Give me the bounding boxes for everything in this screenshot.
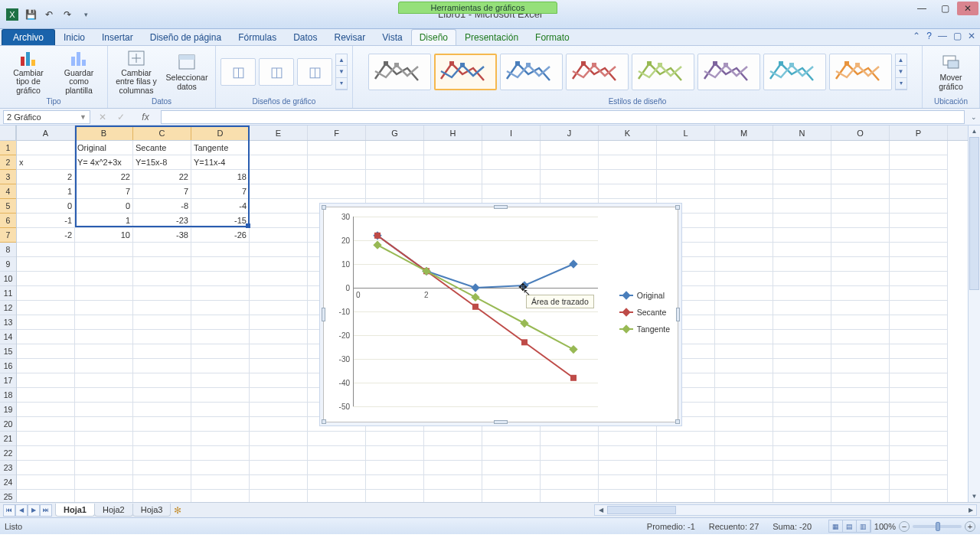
cell[interactable]: [424, 461, 482, 475]
sheet-nav-next-icon[interactable]: ▶: [28, 504, 40, 517]
cell[interactable]: [250, 359, 308, 373]
cell[interactable]: [250, 315, 308, 330]
cell[interactable]: [831, 214, 890, 228]
cell[interactable]: [75, 286, 133, 301]
cell[interactable]: [715, 170, 773, 184]
close-button[interactable]: ✕: [957, 2, 978, 15]
cell[interactable]: [308, 461, 366, 475]
row-header-19[interactable]: 19: [0, 403, 16, 417]
cell[interactable]: 1: [17, 184, 75, 199]
cell[interactable]: [599, 475, 657, 490]
cell[interactable]: [250, 243, 308, 257]
chart-resize-handle[interactable]: [322, 308, 325, 321]
workbook-minimize-icon[interactable]: —: [938, 31, 947, 41]
cell[interactable]: [17, 446, 75, 461]
qat-customize-icon[interactable]: ▾: [78, 7, 93, 22]
cell[interactable]: -23: [133, 214, 191, 228]
cell[interactable]: [17, 301, 75, 315]
cell[interactable]: [715, 475, 773, 490]
column-header-K[interactable]: K: [599, 126, 657, 140]
cell[interactable]: [541, 475, 599, 490]
cell[interactable]: [75, 272, 133, 286]
cell[interactable]: [366, 461, 424, 475]
cell[interactable]: [831, 461, 890, 475]
cell[interactable]: [715, 446, 773, 461]
cell[interactable]: [308, 490, 366, 502]
cell[interactable]: [773, 388, 831, 403]
cell[interactable]: [657, 490, 715, 502]
help-icon[interactable]: ?: [926, 31, 932, 41]
cell[interactable]: [773, 184, 831, 199]
cell[interactable]: [250, 155, 308, 170]
column-header-G[interactable]: G: [366, 126, 424, 140]
cell[interactable]: [773, 155, 831, 170]
cell[interactable]: [657, 446, 715, 461]
cell[interactable]: [308, 155, 366, 170]
scroll-track[interactable]: [969, 137, 980, 491]
cell[interactable]: 7: [133, 184, 191, 199]
cell[interactable]: [831, 330, 890, 344]
embedded-chart[interactable]: -50-40-30-20-100102030 02 OriginalSecant…: [323, 207, 678, 422]
change-chart-type-button[interactable]: Cambiar tipo de gráfico: [5, 48, 52, 96]
chart-resize-handle[interactable]: [675, 419, 680, 424]
cell[interactable]: [75, 373, 133, 388]
cell[interactable]: [831, 446, 890, 461]
cell[interactable]: [191, 286, 250, 301]
chart-style-6[interactable]: [697, 54, 760, 90]
legend-item[interactable]: Secante: [619, 304, 670, 321]
cell[interactable]: [75, 475, 133, 490]
cell[interactable]: 22: [75, 170, 133, 184]
move-chart-button[interactable]: Mover gráfico: [927, 48, 975, 96]
scroll-left-icon[interactable]: ◀: [595, 505, 606, 515]
cell[interactable]: [890, 373, 948, 388]
tab-presentation[interactable]: Presentación: [456, 29, 527, 45]
cell[interactable]: [424, 184, 482, 199]
cell[interactable]: [773, 170, 831, 184]
cell[interactable]: [773, 490, 831, 502]
column-header-N[interactable]: N: [773, 126, 831, 140]
cell[interactable]: [715, 286, 773, 301]
cell[interactable]: [890, 475, 948, 490]
cell[interactable]: [890, 388, 948, 403]
cell[interactable]: [773, 373, 831, 388]
chart-resize-handle[interactable]: [322, 419, 326, 424]
cell[interactable]: [831, 243, 890, 257]
chart-resize-handle[interactable]: [494, 420, 508, 424]
row-header-20[interactable]: 20: [0, 417, 16, 432]
row-header-6[interactable]: 6: [0, 214, 16, 228]
cell[interactable]: [250, 475, 308, 490]
chart-style-2[interactable]: [434, 54, 497, 90]
cell[interactable]: [133, 373, 191, 388]
cell[interactable]: [75, 403, 133, 417]
select-all-corner[interactable]: [0, 126, 16, 141]
cell[interactable]: [75, 432, 133, 446]
tab-data[interactable]: Datos: [285, 29, 325, 45]
cell[interactable]: 0: [17, 199, 75, 214]
cell[interactable]: [75, 417, 133, 432]
cell[interactable]: [773, 330, 831, 344]
cell[interactable]: [773, 199, 831, 214]
cell[interactable]: [191, 373, 250, 388]
layouts-scroll[interactable]: ▲▼▾: [335, 54, 348, 90]
cell[interactable]: [831, 228, 890, 243]
cell[interactable]: 7: [191, 184, 250, 199]
cell[interactable]: [191, 475, 250, 490]
cell[interactable]: [831, 170, 890, 184]
cell[interactable]: [890, 330, 948, 344]
select-data-button[interactable]: Seleccionar datos: [163, 48, 211, 96]
chart-style-3[interactable]: [500, 54, 563, 90]
cell[interactable]: -15: [191, 214, 250, 228]
cell[interactable]: [75, 344, 133, 359]
cell[interactable]: [250, 141, 308, 155]
cell[interactable]: [17, 286, 75, 301]
cell[interactable]: [133, 344, 191, 359]
cell[interactable]: [17, 403, 75, 417]
cell[interactable]: [831, 286, 890, 301]
cell[interactable]: [424, 490, 482, 502]
fx-icon[interactable]: fx: [130, 112, 161, 122]
cell[interactable]: [773, 403, 831, 417]
row-header-5[interactable]: 5: [0, 199, 16, 214]
cell[interactable]: [250, 388, 308, 403]
new-sheet-icon[interactable]: ✻: [170, 505, 185, 516]
zoom-slider[interactable]: [913, 525, 962, 528]
